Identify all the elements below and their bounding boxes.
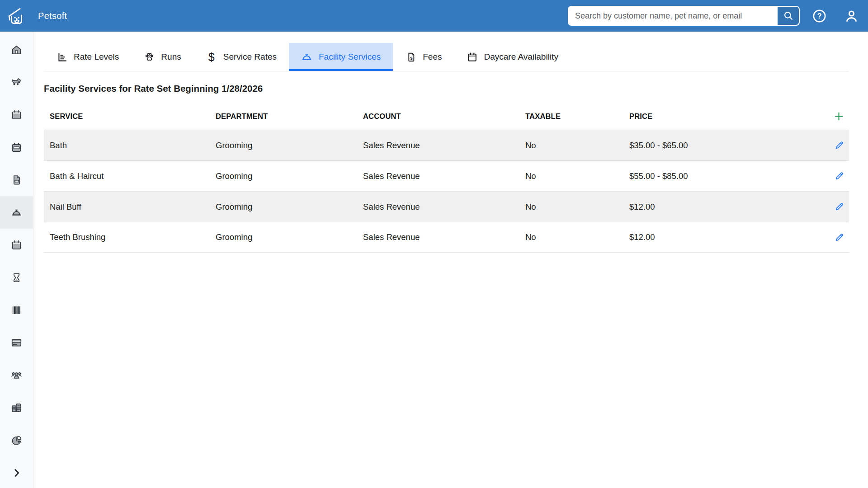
paw-icon [143, 51, 155, 63]
hourglass-icon [10, 272, 23, 284]
plus-icon [833, 111, 844, 122]
barcode-icon [10, 304, 23, 316]
sidebar-item-barcodes[interactable] [0, 294, 33, 326]
tab-fees[interactable]: $ Fees [393, 43, 454, 71]
account-cell: Sales Revenue [357, 141, 519, 150]
tab-facility-services[interactable]: Facility Services [289, 43, 393, 71]
calendar-band-icon [10, 141, 23, 154]
tab-label: Runs [161, 52, 181, 62]
left-sidebar-nav [0, 32, 33, 488]
taxable-cell: No [519, 171, 623, 181]
svg-text:$: $ [410, 55, 413, 60]
sidebar-item-reports[interactable] [0, 424, 33, 456]
calendar-icon [466, 51, 478, 63]
sidebar-item-facility-services[interactable] [0, 196, 33, 229]
sidebar-item-pets[interactable] [0, 66, 33, 99]
top-app-bar: Petsoft ? [0, 0, 868, 32]
svg-text:?: ? [817, 12, 821, 20]
taxable-cell: No [519, 202, 623, 212]
sidebar-expand-toggle[interactable] [0, 456, 33, 488]
column-header-price: PRICE [623, 112, 821, 121]
dog-face-logo-icon [6, 5, 27, 26]
table-row: Bath & Haircut Grooming Sales Revenue No… [44, 160, 849, 191]
table-row: Nail Buff Grooming Sales Revenue No $12.… [44, 191, 849, 222]
column-header-service: SERVICE [44, 112, 210, 121]
pencil-icon [834, 232, 844, 243]
pie-chart-icon [10, 434, 23, 446]
sidebar-item-payments[interactable] [0, 326, 33, 359]
department-cell: Grooming [210, 202, 357, 212]
sidebar-item-home[interactable] [0, 33, 33, 66]
petsoft-logo[interactable] [5, 5, 27, 27]
service-cell: Nail Buff [44, 202, 210, 212]
department-cell: Grooming [210, 232, 357, 242]
sidebar-item-schedule[interactable] [0, 229, 33, 261]
sidebar-item-calendar[interactable] [0, 99, 33, 131]
main-content: Rate Levels Runs $ Service Rates [33, 32, 868, 488]
tab-label: Service Rates [223, 52, 277, 62]
tab-service-rates[interactable]: $ Service Rates [193, 43, 289, 71]
people-icon [10, 369, 23, 381]
search-icon [783, 10, 794, 22]
account-cell: Sales Revenue [357, 232, 519, 242]
sidebar-item-customers[interactable] [0, 359, 33, 391]
account-cell: Sales Revenue [357, 171, 519, 181]
tab-label: Facility Services [319, 52, 381, 62]
calendar-icon [10, 239, 23, 251]
sidebar-item-documents[interactable] [0, 164, 33, 196]
tab-daycare-availability[interactable]: Daycare Availability [454, 43, 570, 71]
page-title: Facility Services for Rate Set Beginning… [44, 82, 849, 94]
pencil-icon [834, 140, 844, 150]
dog-icon [10, 76, 23, 89]
facility-services-table: SERVICE DEPARTMENT ACCOUNT TAXABLE PRICE… [44, 103, 849, 253]
column-header-account: ACCOUNT [357, 112, 519, 121]
service-cell: Bath [44, 141, 210, 150]
pencil-icon [834, 171, 844, 181]
buildings-icon [10, 402, 23, 414]
table-row: Bath Grooming Sales Revenue No $35.00 - … [44, 130, 849, 160]
price-cell: $12.00 [623, 232, 821, 242]
edit-service-button[interactable] [833, 170, 845, 182]
fee-receipt-icon: $ [405, 51, 417, 63]
service-bell-icon [10, 206, 23, 219]
edit-service-button[interactable] [833, 201, 845, 213]
pencil-icon [834, 202, 844, 212]
price-cell: $55.00 - $85.00 [623, 171, 821, 181]
edit-service-button[interactable] [833, 139, 845, 151]
add-service-button[interactable] [832, 110, 845, 123]
sidebar-item-reservations[interactable] [0, 131, 33, 164]
tab-runs[interactable]: Runs [131, 43, 193, 71]
edit-service-button[interactable] [833, 231, 845, 244]
search-button[interactable] [778, 7, 799, 25]
search-input[interactable] [569, 7, 778, 25]
tab-label: Fees [423, 52, 442, 62]
column-header-taxable: TAXABLE [519, 112, 623, 121]
bar-chart-icon [56, 51, 68, 63]
taxable-cell: No [519, 232, 623, 242]
department-cell: Grooming [210, 171, 357, 181]
chevron-right-icon [10, 467, 23, 479]
credit-card-icon [10, 337, 23, 349]
help-icon: ? [812, 9, 827, 23]
taxable-cell: No [519, 141, 623, 150]
price-cell: $35.00 - $65.00 [623, 141, 821, 150]
account-button[interactable] [844, 8, 859, 23]
table-header-row: SERVICE DEPARTMENT ACCOUNT TAXABLE PRICE [44, 103, 849, 130]
sidebar-item-waitlist[interactable] [0, 261, 33, 294]
sidebar-item-company[interactable] [0, 391, 33, 424]
table-row: Teeth Brushing Grooming Sales Revenue No… [44, 222, 849, 253]
column-header-department: DEPARTMENT [210, 112, 357, 121]
home-icon [10, 44, 23, 56]
calendar-icon [10, 109, 23, 121]
service-bell-icon [301, 51, 313, 63]
account-cell: Sales Revenue [357, 202, 519, 212]
global-search [568, 6, 800, 26]
dollar-icon: $ [206, 51, 217, 63]
document-icon [10, 174, 23, 186]
account-icon [844, 9, 859, 23]
department-cell: Grooming [210, 141, 357, 150]
rates-tab-bar: Rate Levels Runs $ Service Rates [44, 43, 849, 71]
tab-rate-levels[interactable]: Rate Levels [44, 43, 131, 71]
service-cell: Teeth Brushing [44, 232, 210, 242]
help-button[interactable]: ? [811, 8, 827, 23]
